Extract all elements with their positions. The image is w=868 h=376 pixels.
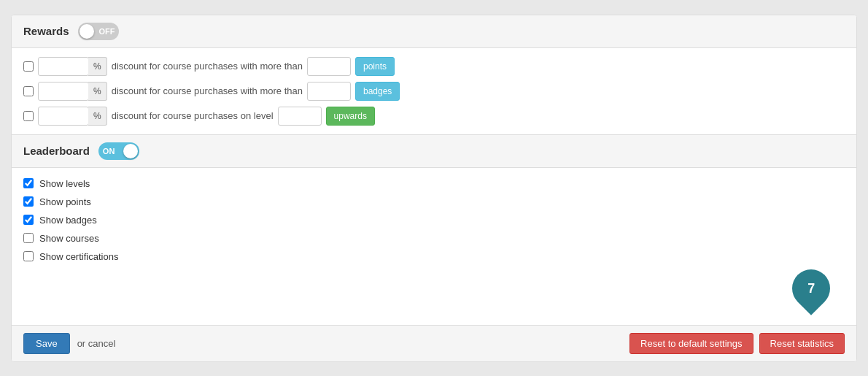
- discount-row-2-suffix-btn[interactable]: badges: [355, 82, 400, 101]
- leaderboard-section-header: Leaderboard ON: [12, 135, 856, 168]
- rewards-toggle-label: OFF: [99, 27, 115, 36]
- leaderboard-toggle-knob: [123, 144, 138, 158]
- tooltip-bubble[interactable]: 7: [784, 261, 838, 315]
- discount-row-3: % discount for course purchases on level…: [23, 107, 845, 126]
- leaderboard-toggle[interactable]: ON: [98, 142, 139, 160]
- rewards-title: Rewards: [23, 25, 69, 37]
- show-certifications-row: Show certifications: [23, 251, 845, 262]
- discount-row-1-checkbox[interactable]: [23, 61, 34, 72]
- tooltip-number: 7: [807, 280, 815, 296]
- tooltip-container: 7: [23, 269, 845, 313]
- rewards-toggle[interactable]: OFF: [78, 23, 119, 40]
- discount-row-3-suffix-btn[interactable]: upwards: [326, 107, 375, 126]
- show-points-checkbox[interactable]: [23, 196, 34, 207]
- discount-row-3-checkbox[interactable]: [23, 111, 34, 121]
- show-levels-label: Show levels: [39, 178, 90, 189]
- discount-row-3-value-input[interactable]: [278, 107, 322, 126]
- show-certifications-checkbox[interactable]: [23, 251, 34, 261]
- show-certifications-label: Show certifications: [39, 251, 118, 262]
- leaderboard-title: Leaderboard: [23, 145, 90, 157]
- rewards-section-header: Rewards OFF: [12, 15, 856, 48]
- footer-left: Save or cancel: [23, 333, 115, 354]
- discount-row-1-suffix-btn[interactable]: points: [355, 57, 395, 76]
- show-courses-checkbox[interactable]: [23, 233, 34, 243]
- show-courses-row: Show courses: [23, 233, 845, 244]
- discount-row-3-percent-input[interactable]: [38, 107, 89, 126]
- rewards-body: % discount for course purchases with mor…: [12, 48, 856, 135]
- discount-row-1-pct: %: [88, 57, 107, 76]
- discount-row-3-pct: %: [88, 107, 107, 126]
- discount-row-1-value-input[interactable]: [307, 57, 351, 76]
- show-levels-checkbox[interactable]: [23, 178, 34, 188]
- cancel-text: or cancel: [77, 338, 116, 349]
- discount-row-2: % discount for course purchases with mor…: [23, 82, 845, 101]
- show-badges-row: Show badges: [23, 215, 845, 226]
- show-badges-label: Show badges: [39, 215, 97, 226]
- show-courses-label: Show courses: [39, 233, 99, 244]
- main-container: Rewards OFF % discount for course purcha…: [11, 15, 857, 362]
- discount-row-2-text: discount for course purchases with more …: [112, 85, 303, 96]
- leaderboard-toggle-label: ON: [103, 147, 115, 156]
- reset-statistics-button[interactable]: Reset statistics: [759, 333, 845, 354]
- show-badges-checkbox[interactable]: [23, 215, 34, 225]
- footer: Save or cancel Reset to default settings…: [12, 325, 856, 361]
- show-points-label: Show points: [39, 196, 91, 207]
- discount-row-1: % discount for course purchases with mor…: [23, 57, 845, 76]
- leaderboard-body: Show levels Show points Show badges Show…: [12, 168, 856, 325]
- rewards-toggle-knob: [80, 24, 94, 39]
- discount-row-2-percent-input[interactable]: [38, 82, 89, 101]
- footer-right: Reset to default settings Reset statisti…: [629, 333, 845, 354]
- discount-row-2-pct: %: [88, 82, 107, 101]
- discount-row-2-value-input[interactable]: [307, 82, 351, 101]
- show-points-row: Show points: [23, 196, 845, 207]
- discount-row-2-checkbox[interactable]: [23, 86, 34, 96]
- discount-row-1-percent-input[interactable]: [38, 57, 89, 76]
- discount-row-3-text: discount for course purchases on level: [112, 110, 274, 121]
- reset-default-button[interactable]: Reset to default settings: [629, 333, 753, 354]
- discount-row-1-text: discount for course purchases with more …: [112, 61, 303, 72]
- show-levels-row: Show levels: [23, 178, 845, 189]
- save-button[interactable]: Save: [23, 333, 70, 354]
